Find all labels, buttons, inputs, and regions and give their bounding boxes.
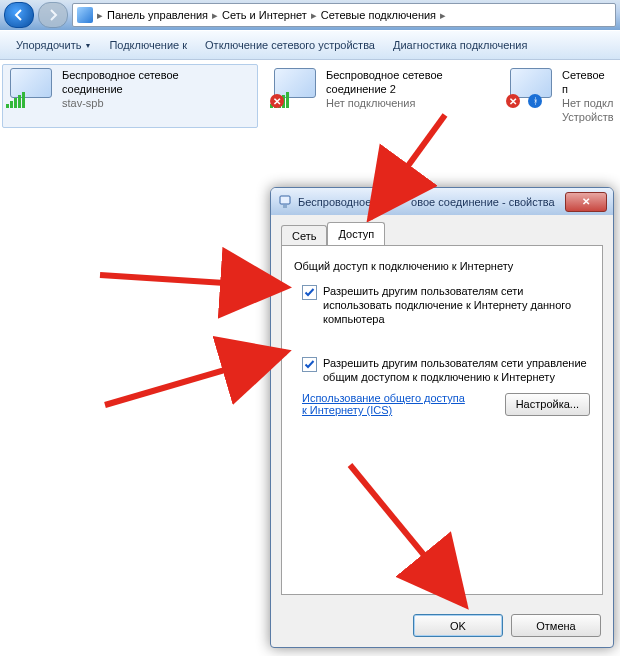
tab-network-label: Сеть bbox=[292, 230, 316, 242]
connect-to-menu[interactable]: Подключение к bbox=[103, 36, 193, 54]
conn-title: Беспроводное сетевое bbox=[326, 68, 443, 82]
allow-control-checkbox[interactable] bbox=[302, 357, 317, 372]
dialog-title: Беспроводное овое соединение - свойства bbox=[298, 196, 555, 208]
conn-title: Беспроводное сетевое bbox=[62, 68, 179, 82]
svg-line-4 bbox=[105, 352, 286, 405]
breadcrumb-seg1[interactable]: Панель управления bbox=[107, 9, 208, 21]
chevron-right-icon[interactable]: ▸ bbox=[311, 9, 317, 22]
conn-sub: Устройств bbox=[562, 110, 614, 124]
control-panel-icon bbox=[77, 7, 93, 23]
chevron-right-icon[interactable]: ▸ bbox=[440, 9, 446, 22]
nav-forward-button[interactable] bbox=[38, 2, 68, 28]
disable-device-label: Отключение сетевого устройства bbox=[205, 39, 375, 51]
chevron-down-icon: ▼ bbox=[84, 42, 91, 49]
svg-rect-1 bbox=[283, 205, 287, 208]
conn-title2: соединение 2 bbox=[326, 82, 443, 96]
settings-button-label: Настройка... bbox=[516, 398, 579, 410]
connect-to-label: Подключение к bbox=[109, 39, 187, 51]
diagnose-menu[interactable]: Диагностика подключения bbox=[387, 36, 533, 54]
conn-title2: Нет подкл bbox=[562, 96, 614, 110]
ok-button[interactable]: OK bbox=[413, 614, 503, 637]
connection-item[interactable]: ✕ ᚼ Сетевое п Нет подкл Устройств bbox=[506, 68, 596, 124]
conn-sub: stav-spb bbox=[62, 96, 179, 110]
nav-back-button[interactable] bbox=[4, 2, 34, 28]
ics-help-link[interactable]: Использование общего доступа к Интернету… bbox=[302, 392, 472, 416]
disable-device-menu[interactable]: Отключение сетевого устройства bbox=[199, 36, 381, 54]
svg-rect-0 bbox=[280, 196, 290, 204]
allow-control-label: Разрешить другим пользователям сети упра… bbox=[323, 356, 590, 384]
group-title: Общий доступ к подключению к Интернету bbox=[294, 260, 590, 272]
wireless-disconnected-icon: ✕ bbox=[270, 68, 318, 108]
network-icon bbox=[277, 194, 293, 210]
ok-button-label: OK bbox=[450, 620, 466, 632]
organize-menu[interactable]: Упорядочить ▼ bbox=[10, 36, 97, 54]
allow-share-checkbox[interactable] bbox=[302, 285, 317, 300]
cancel-button-label: Отмена bbox=[536, 620, 575, 632]
diagnose-label: Диагностика подключения bbox=[393, 39, 527, 51]
cancel-button[interactable]: Отмена bbox=[511, 614, 601, 637]
conn-sub: Нет подключения bbox=[326, 96, 443, 110]
close-icon: ✕ bbox=[582, 196, 590, 207]
ethernet-disconnected-icon: ✕ ᚼ bbox=[506, 68, 554, 108]
breadcrumb-seg2[interactable]: Сеть и Интернет bbox=[222, 9, 307, 21]
connection-item[interactable]: ✕ Беспроводное сетевое соединение 2 Нет … bbox=[270, 68, 490, 124]
close-button[interactable]: ✕ bbox=[565, 192, 607, 212]
tab-sharing[interactable]: Доступ bbox=[327, 222, 385, 245]
svg-line-3 bbox=[100, 275, 286, 287]
tab-network[interactable]: Сеть bbox=[281, 225, 327, 246]
organize-label: Упорядочить bbox=[16, 39, 81, 51]
settings-button[interactable]: Настройка... bbox=[505, 393, 590, 416]
allow-share-label: Разрешить другим пользователям сети испо… bbox=[323, 284, 590, 326]
properties-dialog: Беспроводное овое соединение - свойства … bbox=[270, 187, 614, 648]
conn-title: Сетевое п bbox=[562, 68, 614, 96]
wireless-icon bbox=[6, 68, 54, 108]
chevron-right-icon[interactable]: ▸ bbox=[97, 9, 103, 22]
conn-title2: соединение bbox=[62, 82, 179, 96]
tab-sharing-label: Доступ bbox=[338, 228, 374, 240]
address-bar[interactable]: ▸ Панель управления ▸ Сеть и Интернет ▸ … bbox=[72, 3, 616, 27]
breadcrumb-seg3[interactable]: Сетевые подключения bbox=[321, 9, 436, 21]
chevron-right-icon[interactable]: ▸ bbox=[212, 9, 218, 22]
connection-item[interactable]: Беспроводное сетевое соединение stav-spb bbox=[2, 64, 258, 128]
